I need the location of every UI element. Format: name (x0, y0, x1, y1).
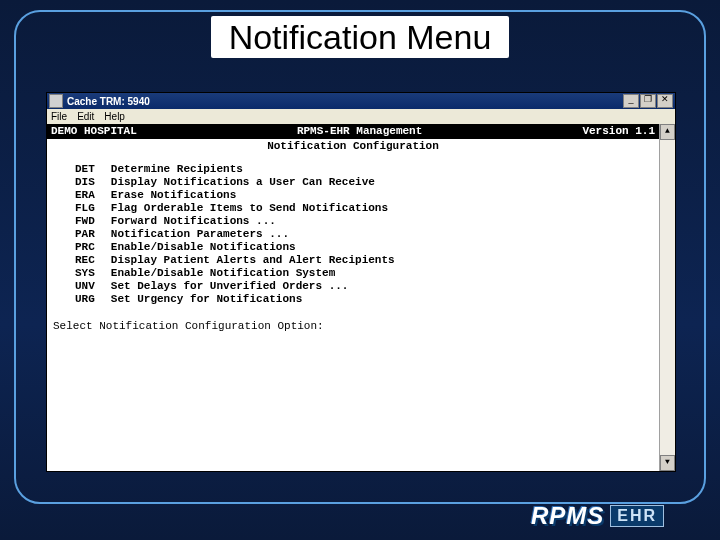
terminal-window: Cache TRM: 5940 _ ❐ ✕ File Edit Help DEM… (46, 92, 676, 472)
menu-row: DISDisplay Notifications a User Can Rece… (75, 176, 411, 189)
menu-row: DETDetermine Recipients (75, 163, 411, 176)
logo: RPMS EHR (531, 502, 664, 530)
menu-code: REC (75, 254, 111, 267)
menu-row: URGSet Urgency for Notifications (75, 293, 411, 306)
menu-code: FLG (75, 202, 111, 215)
slide: Notification Menu Cache TRM: 5940 _ ❐ ✕ … (0, 0, 720, 540)
rpms-logo-text: RPMS (531, 502, 604, 530)
scroll-up-button[interactable]: ▲ (660, 124, 675, 140)
screen-subtitle: Notification Configuration (47, 139, 659, 157)
scroll-track[interactable] (660, 140, 675, 455)
menu-code: UNV (75, 280, 111, 293)
menu-code: PAR (75, 228, 111, 241)
scroll-down-button[interactable]: ▼ (660, 455, 675, 471)
menu-row: PARNotification Parameters ... (75, 228, 411, 241)
menu-file[interactable]: File (51, 110, 67, 123)
menu-desc: Forward Notifications ... (111, 215, 411, 228)
minimize-button[interactable]: _ (623, 94, 639, 108)
menu-desc: Enable/Disable Notification System (111, 267, 411, 280)
select-prompt[interactable]: Select Notification Configuration Option… (53, 320, 659, 333)
menu-desc: Flag Orderable Items to Send Notificatio… (111, 202, 411, 215)
menu-code: DET (75, 163, 111, 176)
menu-edit[interactable]: Edit (77, 110, 94, 123)
content-area: DEMO HOSPITAL RPMS-EHR Management Versio… (47, 124, 675, 471)
vertical-scrollbar[interactable]: ▲ ▼ (659, 124, 675, 471)
system-menu-icon[interactable] (49, 94, 63, 108)
menu-help[interactable]: Help (104, 110, 125, 123)
menu-code: DIS (75, 176, 111, 189)
menu-row: RECDisplay Patient Alerts and Alert Reci… (75, 254, 411, 267)
menu-row: SYSEnable/Disable Notification System (75, 267, 411, 280)
menu-code: PRC (75, 241, 111, 254)
hospital-name: DEMO HOSPITAL (51, 125, 137, 138)
menu-code: SYS (75, 267, 111, 280)
slide-title: Notification Menu (0, 18, 720, 57)
menu-code: ERA (75, 189, 111, 202)
window-controls: _ ❐ ✕ (623, 94, 673, 108)
terminal-content[interactable]: DEMO HOSPITAL RPMS-EHR Management Versio… (47, 124, 659, 471)
menu-row: ERAErase Notifications (75, 189, 411, 202)
window-title: Cache TRM: 5940 (67, 95, 623, 108)
menu-row: UNVSet Delays for Unverified Orders ... (75, 280, 411, 293)
app-name: RPMS-EHR Management (137, 125, 583, 138)
menubar: File Edit Help (47, 109, 675, 125)
app-header-bar: DEMO HOSPITAL RPMS-EHR Management Versio… (47, 124, 659, 139)
menu-desc: Display Notifications a User Can Receive (111, 176, 411, 189)
menu-options-table: DETDetermine Recipients DISDisplay Notif… (75, 163, 411, 306)
menu-desc: Set Urgency for Notifications (111, 293, 411, 306)
close-button[interactable]: ✕ (657, 94, 673, 108)
menu-row: FWDForward Notifications ... (75, 215, 411, 228)
menu-desc: Determine Recipients (111, 163, 411, 176)
menu-code: URG (75, 293, 111, 306)
menu-desc: Enable/Disable Notifications (111, 241, 411, 254)
menu-row: PRCEnable/Disable Notifications (75, 241, 411, 254)
maximize-button[interactable]: ❐ (640, 94, 656, 108)
ehr-logo-text: EHR (610, 505, 664, 527)
menu-desc: Display Patient Alerts and Alert Recipie… (111, 254, 411, 267)
app-version: Version 1.1 (582, 125, 655, 138)
menu-desc: Set Delays for Unverified Orders ... (111, 280, 411, 293)
menu-row: FLGFlag Orderable Items to Send Notifica… (75, 202, 411, 215)
menu-desc: Erase Notifications (111, 189, 411, 202)
window-titlebar[interactable]: Cache TRM: 5940 _ ❐ ✕ (47, 93, 675, 109)
menu-desc: Notification Parameters ... (111, 228, 411, 241)
menu-code: FWD (75, 215, 111, 228)
slide-title-text: Notification Menu (211, 16, 510, 58)
